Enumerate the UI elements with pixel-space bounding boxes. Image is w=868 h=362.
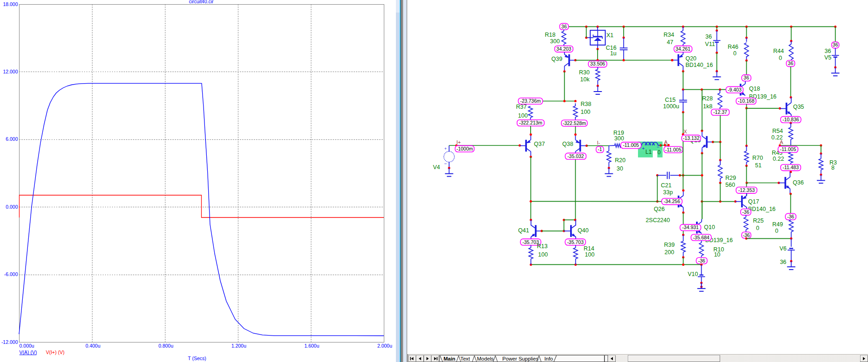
svg-text:300: 300 (614, 135, 624, 142)
svg-text:51: 51 (755, 162, 762, 169)
svg-text:-36: -36 (698, 258, 705, 263)
svg-text:0: 0 (658, 149, 661, 156)
svg-text:Text: Text (460, 356, 470, 362)
svg-text:-1: -1 (598, 146, 602, 152)
svg-text:R13: R13 (537, 243, 548, 250)
svg-text:36: 36 (780, 259, 786, 265)
svg-text:560: 560 (725, 182, 735, 188)
svg-text:36: 36 (561, 24, 567, 29)
svg-text:V4: V4 (433, 164, 440, 171)
svg-text:-322.213m: -322.213m (519, 120, 542, 125)
svg-text:Q20: Q20 (685, 55, 697, 62)
svg-text:-11.005: -11.005 (780, 146, 796, 152)
svg-text:1.600u: 1.600u (304, 343, 319, 349)
svg-text:1.200u: 1.200u (231, 343, 246, 349)
svg-text:R37: R37 (516, 104, 527, 110)
svg-text:-13.132: -13.132 (683, 135, 700, 141)
svg-text:R70: R70 (752, 155, 763, 161)
svg-text:36: 36 (833, 42, 838, 47)
svg-text:10k: 10k (580, 76, 590, 83)
svg-text:-35.684: -35.684 (693, 235, 710, 240)
svg-text:R18: R18 (545, 32, 556, 38)
svg-text:-10.836: -10.836 (783, 117, 799, 122)
svg-text:-36: -36 (743, 232, 750, 238)
svg-text:12.000: 12.000 (3, 69, 18, 74)
svg-text:R14: R14 (584, 245, 594, 252)
svg-text:100: 100 (518, 112, 528, 119)
svg-text:0.800u: 0.800u (158, 343, 173, 349)
svg-text:V6: V6 (780, 245, 787, 252)
svg-text:-35.032: -35.032 (567, 153, 584, 159)
svg-text:R30: R30 (579, 69, 590, 76)
svg-text:2SC2240: 2SC2240 (646, 217, 670, 224)
svg-text:36: 36 (788, 60, 794, 66)
svg-text:-11.005: -11.005 (665, 147, 681, 152)
svg-text:Q26: Q26 (654, 206, 665, 212)
svg-text:34.261: 34.261 (676, 46, 690, 52)
svg-text:Info: Info (544, 356, 553, 362)
svg-text:100: 100 (581, 109, 591, 115)
svg-text:-1000m: -1000m (456, 146, 473, 151)
svg-text:A: A (664, 139, 668, 145)
svg-text:0: 0 (779, 55, 782, 61)
svg-text:Models: Models (477, 356, 493, 362)
svg-text:18.000: 18.000 (3, 1, 18, 7)
svg-text:-12.000: -12.000 (1, 339, 18, 345)
svg-text:-6.000: -6.000 (4, 271, 18, 277)
svg-text:200: 200 (664, 249, 674, 256)
svg-text:-12.353: -12.353 (738, 187, 755, 193)
svg-text:-36: -36 (742, 209, 749, 215)
svg-text:V10: V10 (688, 271, 698, 277)
svg-text:Q37: Q37 (534, 141, 545, 147)
svg-text:Main: Main (443, 356, 455, 362)
svg-text:0.000u: 0.000u (20, 343, 34, 349)
svg-text:R25: R25 (753, 217, 764, 224)
svg-text:I-: I- (597, 140, 600, 145)
svg-text:BD140_16: BD140_16 (748, 206, 776, 212)
svg-text:1k8: 1k8 (703, 103, 712, 110)
svg-text:T (Secs): T (Secs) (188, 355, 206, 361)
svg-text:-34.256: -34.256 (664, 198, 680, 204)
svg-text:33.506: 33.506 (590, 61, 605, 66)
svg-text:-9.403: -9.403 (728, 87, 742, 92)
svg-text:X1: X1 (606, 32, 613, 39)
svg-text:R29: R29 (725, 175, 736, 181)
svg-text:C21: C21 (661, 182, 671, 189)
svg-text:L1: L1 (645, 149, 652, 155)
svg-text:300: 300 (550, 38, 560, 45)
svg-text:1000u: 1000u (663, 103, 679, 110)
svg-text:V(I+) (V): V(I+) (V) (46, 349, 65, 355)
svg-text:1u: 1u (610, 50, 617, 57)
svg-text:Q35: Q35 (793, 104, 804, 110)
svg-text:-34.931: -34.931 (682, 224, 699, 230)
svg-text:Q41: Q41 (518, 227, 529, 234)
svg-text:2.000u: 2.000u (377, 343, 392, 349)
svg-text:C15: C15 (665, 97, 676, 103)
svg-text:-36: -36 (787, 214, 794, 219)
svg-text:36: 36 (825, 48, 831, 54)
svg-text:Q38: Q38 (562, 141, 573, 147)
svg-text:Q18: Q18 (749, 86, 760, 92)
svg-text:BD140_16: BD140_16 (685, 62, 713, 68)
svg-text:0: 0 (775, 228, 778, 234)
svg-text:0.400u: 0.400u (85, 343, 100, 349)
svg-text:Q36: Q36 (793, 179, 804, 186)
svg-text:0.000: 0.000 (6, 204, 18, 210)
svg-text:R46: R46 (728, 44, 738, 50)
svg-text:+: + (444, 146, 447, 151)
svg-text:R44: R44 (773, 48, 784, 54)
svg-text:R28: R28 (702, 95, 713, 102)
svg-text:V11: V11 (705, 41, 715, 47)
svg-text:circuit40.cir: circuit40.cir (189, 0, 214, 4)
svg-text:−: − (444, 161, 447, 166)
svg-text:36: 36 (743, 75, 749, 80)
svg-text:Q10: Q10 (704, 224, 715, 230)
svg-text:47: 47 (667, 39, 673, 46)
svg-text:-35.703: -35.703 (567, 239, 584, 245)
svg-text:R38: R38 (581, 101, 592, 107)
svg-text:0: 0 (756, 225, 759, 231)
svg-text:R39: R39 (664, 242, 675, 248)
svg-text:-11.483: -11.483 (783, 165, 799, 170)
svg-text:10: 10 (714, 251, 720, 258)
svg-text:R20: R20 (615, 157, 625, 164)
